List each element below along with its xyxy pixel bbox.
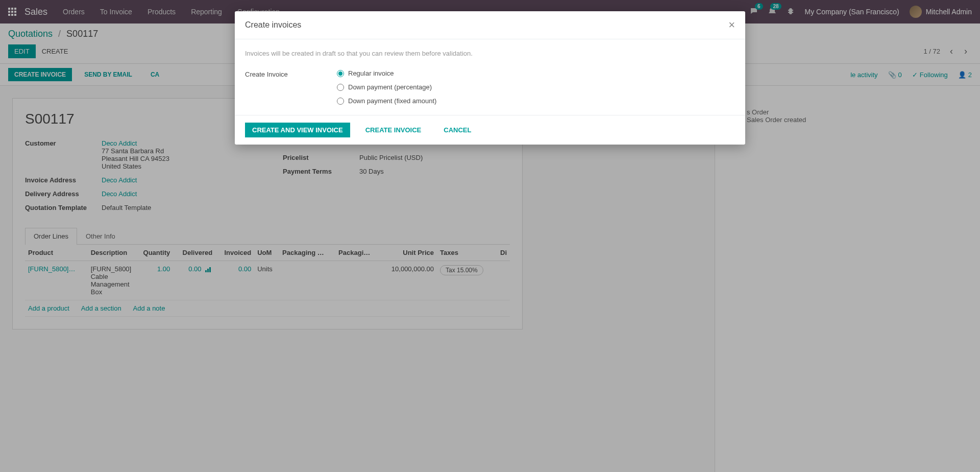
radio-down-pct-input[interactable] — [337, 84, 344, 91]
create-invoices-modal: Create invoices × Invoices will be creat… — [235, 11, 745, 145]
create-invoice-label: Create Invoice — [245, 69, 306, 78]
modal-title: Create invoices — [245, 20, 301, 30]
radio-down-payment-percentage[interactable]: Down payment (percentage) — [337, 83, 436, 91]
radio-down-fixed-input[interactable] — [337, 98, 344, 105]
radio-down-payment-fixed[interactable]: Down payment (fixed amount) — [337, 97, 436, 105]
create-and-view-invoice-button[interactable]: Create and View Invoice — [245, 123, 350, 137]
create-invoice-modal-button[interactable]: Create Invoice — [358, 123, 429, 137]
cancel-modal-button[interactable]: Cancel — [436, 123, 478, 137]
radio-regular-invoice[interactable]: Regular invoice — [337, 69, 436, 77]
invoice-method-radio-group: Regular invoice Down payment (percentage… — [337, 69, 436, 105]
radio-regular-input[interactable] — [337, 70, 344, 77]
modal-close-button[interactable]: × — [728, 19, 735, 31]
modal-hint: Invoices will be created in draft so tha… — [245, 50, 735, 57]
